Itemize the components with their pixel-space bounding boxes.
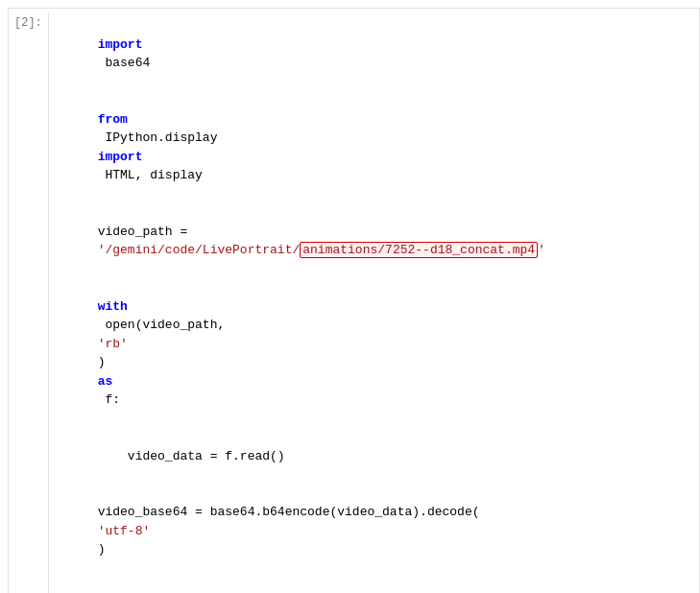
var-f: f: <box>98 392 120 407</box>
module-base64: base64 <box>98 56 151 70</box>
open-call: open(video_path, <box>98 318 232 332</box>
code-line-4: with open(video_path, 'rb' ) as f: <box>53 278 691 428</box>
as-text: ) <box>98 355 113 369</box>
code-cell: [2]: import base64 from IPython.display … <box>8 8 700 593</box>
keyword-import: import <box>98 37 143 52</box>
str-highlighted: animations/7252--d18_concat.mp4 <box>302 243 535 257</box>
code-line-7: video_html = f """ <box>53 578 691 593</box>
cell-number: [2]: <box>9 12 48 593</box>
code-line-6: video_base64 = base64.b64encode(video_da… <box>53 485 691 579</box>
module-ipython: IPython.display <box>98 130 226 145</box>
close-paren: ) <box>98 542 106 557</box>
var-video-path: video_path = <box>98 225 195 239</box>
keyword-as: as <box>98 374 113 389</box>
str-rb: 'rb' <box>98 337 128 351</box>
cell-code: import base64 from IPython.display impor… <box>48 12 699 593</box>
code-line-5: video_data = f.read() <box>53 428 691 485</box>
keyword-from: from <box>98 112 128 127</box>
str-utf8: 'utf-8' <box>98 524 151 538</box>
highlight-path: animations/7252--d18_concat.mp4 <box>300 242 538 258</box>
str-path-start: '/gemini/code/LivePortrait/ <box>98 243 301 257</box>
code-line-2: from IPython.display import HTML, displa… <box>53 91 691 203</box>
import-names: HTML, display <box>98 168 203 182</box>
code-line-3: video_path = '/gemini/code/LivePortrait/… <box>53 203 691 278</box>
var-video-base64: video_base64 = base64.b64encode(video_da… <box>98 505 480 519</box>
keyword-with: with <box>98 299 128 314</box>
keyword-import2: import <box>98 150 143 164</box>
str-path-end: ' <box>538 243 545 257</box>
var-video-data: video_data = f.read() <box>98 449 285 463</box>
code-line-1: import base64 <box>53 16 691 91</box>
